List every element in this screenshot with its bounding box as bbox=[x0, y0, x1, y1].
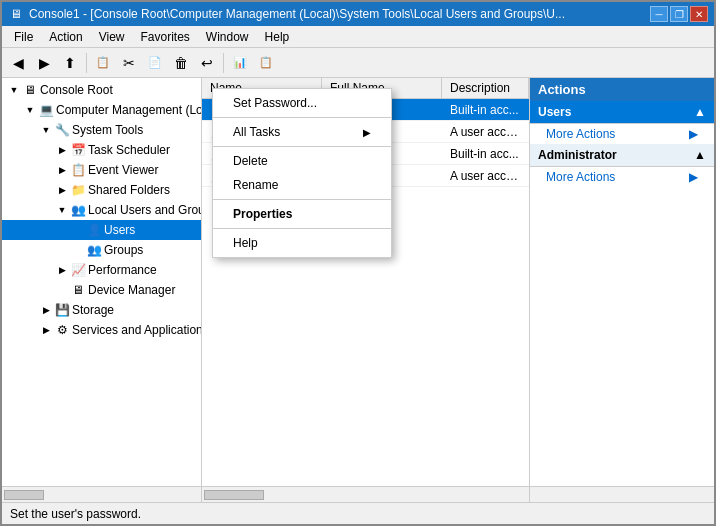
minimize-button[interactable]: ─ bbox=[650, 6, 668, 22]
icon-users: 👤 bbox=[86, 222, 102, 238]
toolbar-up[interactable]: ⬆ bbox=[58, 51, 82, 75]
tree-item-console-root[interactable]: ▼ 🖥 Console Root bbox=[2, 80, 201, 100]
menu-action[interactable]: Action bbox=[41, 28, 90, 46]
collapse-icon: ▲ bbox=[694, 105, 706, 119]
tree-pane: ▼ 🖥 Console Root ▼ 💻 Computer Management… bbox=[2, 78, 202, 486]
toolbar-back[interactable]: ◀ bbox=[6, 51, 30, 75]
actions-pane: Actions Users ▲ More Actions ▶ Administr… bbox=[529, 78, 714, 486]
tree-item-device-manager[interactable]: 🖥 Device Manager bbox=[2, 280, 201, 300]
toolbar-paste[interactable]: 📄 bbox=[143, 51, 167, 75]
icon-groups: 👥 bbox=[86, 242, 102, 258]
icon-device-manager: 🖥 bbox=[70, 282, 86, 298]
actions-section-administrator[interactable]: Administrator ▲ bbox=[530, 144, 714, 167]
tree-item-system-tools[interactable]: ▼ 🔧 System Tools bbox=[2, 120, 201, 140]
icon-task-scheduler: 📅 bbox=[70, 142, 86, 158]
expander-computer-mgmt: ▼ bbox=[22, 102, 38, 118]
ctx-sep1 bbox=[213, 117, 391, 118]
tree-item-groups[interactable]: 👥 Groups bbox=[2, 240, 201, 260]
tree-item-task-scheduler[interactable]: ▶ 📅 Task Scheduler bbox=[2, 140, 201, 160]
col-description[interactable]: Description bbox=[442, 78, 529, 98]
expander-local-users: ▼ bbox=[54, 202, 70, 218]
tree-item-storage[interactable]: ▶ 💾 Storage bbox=[2, 300, 201, 320]
menu-favorites[interactable]: Favorites bbox=[133, 28, 198, 46]
cell-description: Built-in acc... bbox=[442, 145, 529, 163]
tree-item-local-users[interactable]: ▼ 👥 Local Users and Grou... bbox=[2, 200, 201, 220]
toolbar-delete[interactable]: 🗑 bbox=[169, 51, 193, 75]
label-console-root: Console Root bbox=[40, 83, 113, 97]
ctx-delete[interactable]: Delete bbox=[213, 149, 391, 173]
toolbar-forward[interactable]: ▶ bbox=[32, 51, 56, 75]
label-device-manager: Device Manager bbox=[88, 283, 175, 297]
status-bar: Set the user's password. bbox=[2, 502, 714, 524]
app-icon: 🖥 bbox=[8, 6, 24, 22]
ctx-sep4 bbox=[213, 228, 391, 229]
actions-link-users-more[interactable]: More Actions ▶ bbox=[530, 124, 714, 144]
expander-users bbox=[70, 222, 86, 238]
content-pane: Name Full Name Description 👤 Administrat… bbox=[202, 78, 529, 486]
label-users: Users bbox=[104, 223, 135, 237]
label-computer-mgmt: Computer Management (Lo... bbox=[56, 103, 202, 117]
restore-button[interactable]: ❐ bbox=[670, 6, 688, 22]
label-event-viewer: Event Viewer bbox=[88, 163, 158, 177]
expander-system-tools: ▼ bbox=[38, 122, 54, 138]
icon-shared-folders: 📁 bbox=[70, 182, 86, 198]
window-title: Console1 - [Console Root\Computer Manage… bbox=[29, 7, 565, 21]
title-bar: 🖥 Console1 - [Console Root\Computer Mana… bbox=[2, 2, 714, 26]
menu-window[interactable]: Window bbox=[198, 28, 257, 46]
menu-help[interactable]: Help bbox=[257, 28, 298, 46]
toolbar-cut[interactable]: ✂ bbox=[117, 51, 141, 75]
toolbar: ◀ ▶ ⬆ 📋 ✂ 📄 🗑 ↩ 📊 📋 bbox=[2, 48, 714, 78]
main-window: 🖥 Console1 - [Console Root\Computer Mana… bbox=[0, 0, 716, 526]
ctx-set-password[interactable]: Set Password... bbox=[213, 91, 391, 115]
submenu-arrow-more: ▶ bbox=[689, 127, 698, 141]
toolbar-copy[interactable]: 📋 bbox=[91, 51, 115, 75]
icon-performance: 📈 bbox=[70, 262, 86, 278]
toolbar-sep2 bbox=[223, 53, 224, 73]
expander-services: ▶ bbox=[38, 322, 54, 338]
cell-description: Built-in acc... bbox=[442, 101, 529, 119]
tree-item-shared-folders[interactable]: ▶ 📁 Shared Folders bbox=[2, 180, 201, 200]
title-bar-controls: ─ ❐ ✕ bbox=[650, 6, 708, 22]
label-groups: Groups bbox=[104, 243, 143, 257]
tree-item-event-viewer[interactable]: ▶ 📋 Event Viewer bbox=[2, 160, 201, 180]
actions-header: Actions bbox=[530, 78, 714, 101]
tree-item-performance[interactable]: ▶ 📈 Performance bbox=[2, 260, 201, 280]
ctx-properties[interactable]: Properties bbox=[213, 202, 391, 226]
cell-description: A user acco... bbox=[442, 167, 529, 185]
icon-event-viewer: 📋 bbox=[70, 162, 86, 178]
actions-section-users[interactable]: Users ▲ bbox=[530, 101, 714, 124]
icon-storage: 💾 bbox=[54, 302, 70, 318]
label-task-scheduler: Task Scheduler bbox=[88, 143, 170, 157]
label-storage: Storage bbox=[72, 303, 114, 317]
tree-item-services[interactable]: ▶ ⚙ Services and Application... bbox=[2, 320, 201, 340]
ctx-rename[interactable]: Rename bbox=[213, 173, 391, 197]
tree-item-users[interactable]: 👤 Users bbox=[2, 220, 201, 240]
toolbar-properties[interactable]: 📊 bbox=[228, 51, 252, 75]
submenu-arrow-more2: ▶ bbox=[689, 170, 698, 184]
horizontal-scrollbar[interactable] bbox=[2, 486, 714, 502]
ctx-help[interactable]: Help bbox=[213, 231, 391, 255]
ctx-all-tasks[interactable]: All Tasks ▶ bbox=[213, 120, 391, 144]
label-shared-folders: Shared Folders bbox=[88, 183, 170, 197]
tree-item-computer-mgmt[interactable]: ▼ 💻 Computer Management (Lo... bbox=[2, 100, 201, 120]
title-bar-left: 🖥 Console1 - [Console Root\Computer Mana… bbox=[8, 6, 565, 22]
menu-view[interactable]: View bbox=[91, 28, 133, 46]
label-performance: Performance bbox=[88, 263, 157, 277]
expander-performance: ▶ bbox=[54, 262, 70, 278]
submenu-arrow: ▶ bbox=[363, 127, 371, 138]
toolbar-view[interactable]: 📋 bbox=[254, 51, 278, 75]
toolbar-undo[interactable]: ↩ bbox=[195, 51, 219, 75]
context-menu: Set Password... All Tasks ▶ Delete Renam… bbox=[212, 88, 392, 258]
expander-groups bbox=[70, 242, 86, 258]
toolbar-sep1 bbox=[86, 53, 87, 73]
actions-link-admin-more[interactable]: More Actions ▶ bbox=[530, 167, 714, 187]
expander-device-manager bbox=[54, 282, 70, 298]
icon-system-tools: 🔧 bbox=[54, 122, 70, 138]
menu-file[interactable]: File bbox=[6, 28, 41, 46]
main-area: ▼ 🖥 Console Root ▼ 💻 Computer Management… bbox=[2, 78, 714, 486]
collapse-icon2: ▲ bbox=[694, 148, 706, 162]
expander-task-scheduler: ▶ bbox=[54, 142, 70, 158]
close-button[interactable]: ✕ bbox=[690, 6, 708, 22]
icon-services: ⚙ bbox=[54, 322, 70, 338]
expander-console-root: ▼ bbox=[6, 82, 22, 98]
